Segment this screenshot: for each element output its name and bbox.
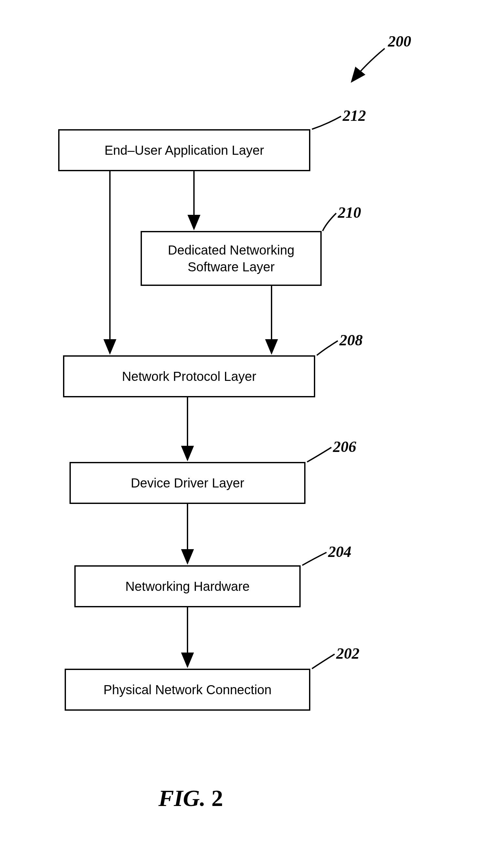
reference-number-210: 210 bbox=[338, 204, 361, 221]
box-dedicated-networking-software-layer: Dedicated Networking Software Layer bbox=[141, 231, 322, 286]
reference-number-208: 208 bbox=[339, 331, 363, 349]
box-end-user-application-layer: End–User Application Layer bbox=[58, 129, 310, 171]
box-networking-hardware: Networking Hardware bbox=[74, 565, 301, 607]
reference-number-206: 206 bbox=[333, 438, 356, 455]
box-label: Physical Network Connection bbox=[103, 681, 272, 698]
box-network-protocol-layer: Network Protocol Layer bbox=[63, 356, 315, 397]
figure-label: FIG. 2 bbox=[158, 785, 223, 812]
reference-number-212: 212 bbox=[343, 107, 366, 124]
box-label: Networking Hardware bbox=[125, 578, 250, 595]
diagram-container: End–User Application Layer 212 Dedicated… bbox=[0, 0, 492, 868]
box-physical-network-connection: Physical Network Connection bbox=[65, 669, 310, 711]
reference-number-204: 204 bbox=[328, 543, 351, 560]
figure-label-number: 2 bbox=[212, 785, 223, 811]
figure-label-prefix: FIG. bbox=[158, 785, 205, 811]
box-label: End–User Application Layer bbox=[104, 142, 264, 159]
box-label: Network Protocol Layer bbox=[122, 368, 256, 385]
reference-number-200: 200 bbox=[388, 32, 411, 50]
reference-number-202: 202 bbox=[336, 645, 360, 662]
box-label: Device Driver Layer bbox=[130, 475, 244, 491]
box-device-driver-layer: Device Driver Layer bbox=[70, 462, 305, 504]
box-label: Dedicated Networking Software Layer bbox=[168, 242, 294, 275]
